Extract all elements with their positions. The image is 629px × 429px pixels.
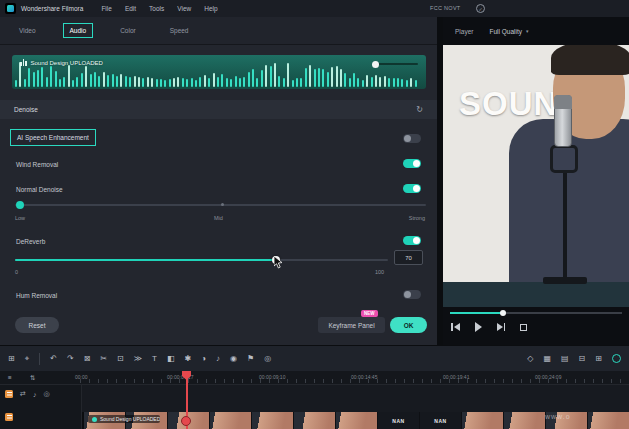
playhead-handle[interactable]: [181, 416, 191, 426]
audio-clip-icon: [92, 417, 97, 422]
redo-icon[interactable]: ↷: [67, 354, 74, 364]
snapshot-icon[interactable]: ◎: [264, 354, 271, 364]
watermark-text: www.o: [545, 413, 571, 420]
expand-timeline-icon[interactable]: ⊞: [595, 354, 602, 364]
keyframe-panel-button[interactable]: Keyframe Panel: [318, 317, 385, 333]
track-height-icon[interactable]: ≡: [8, 374, 12, 381]
status-check-icon[interactable]: ✓: [476, 4, 485, 13]
section-reset-icon[interactable]: ↻: [416, 105, 423, 114]
menu-list: FileEditToolsViewHelp: [101, 5, 230, 12]
chroma-key-icon[interactable]: ▤: [561, 354, 569, 364]
menu-help[interactable]: Help: [204, 5, 217, 12]
menu-view[interactable]: View: [177, 5, 191, 12]
clip-thumbnail[interactable]: NAN: [420, 412, 462, 429]
level-mid-label: Mid: [214, 215, 223, 221]
stop-button[interactable]: [520, 324, 527, 331]
tab-video[interactable]: Video: [12, 23, 43, 38]
clip-thumbnail[interactable]: [210, 412, 252, 429]
ai-assistant-icon[interactable]: [612, 354, 621, 363]
clip-volume-slider[interactable]: [374, 63, 418, 65]
microphone-mount: [550, 145, 578, 173]
quality-value: Full Quality: [489, 28, 522, 35]
ai-speech-enhancement-row[interactable]: AI Speech Enhancement: [10, 129, 96, 146]
marker-icon[interactable]: ⚑: [247, 354, 254, 364]
filter-icon[interactable]: ◑: [201, 354, 206, 364]
hum-removal-toggle[interactable]: [403, 290, 421, 299]
reorder-tracks-icon[interactable]: ⇄: [20, 390, 26, 398]
microphone-grill: [554, 95, 572, 109]
dereverb-toggle[interactable]: [403, 236, 421, 245]
video-preview[interactable]: SOUND: [443, 45, 629, 307]
keyframe-icon[interactable]: ◇: [527, 354, 533, 364]
previous-frame-button[interactable]: [451, 323, 460, 331]
mute-track-icon[interactable]: ♪: [33, 391, 37, 398]
clip-thumbnail[interactable]: [294, 412, 336, 429]
track-visibility-icon[interactable]: ◎: [43, 390, 49, 398]
dereverb-value-field[interactable]: 70: [394, 250, 423, 265]
split-screen-icon[interactable]: ▦: [543, 354, 551, 364]
track-adjust-icon[interactable]: ⇅: [30, 374, 35, 382]
track-header-gutter: ⇄♪◎: [0, 385, 82, 429]
menu-tools[interactable]: Tools: [149, 5, 164, 12]
new-badge: NEW: [361, 310, 378, 317]
media-list-icon[interactable]: [5, 390, 13, 398]
tab-color[interactable]: Color: [113, 23, 143, 38]
transition-icon[interactable]: ◧: [167, 354, 175, 364]
video-frame: SOUND: [443, 45, 629, 307]
menu-edit[interactable]: Edit: [125, 5, 136, 12]
clip-thumbnail[interactable]: [252, 412, 294, 429]
clip-thumbnail[interactable]: [588, 412, 629, 429]
audio-clip-waveform[interactable]: Sound Design UPLOADED: [12, 55, 426, 89]
tab-audio[interactable]: Audio: [63, 23, 94, 38]
quality-dropdown[interactable]: Full Quality ▾: [489, 28, 528, 35]
ruler-timestamp: 00:00:24:09: [535, 374, 561, 380]
reset-button[interactable]: Reset: [15, 317, 59, 333]
clip-thumbnail[interactable]: NAN: [378, 412, 420, 429]
pointer-tool-icon[interactable]: ⌖: [25, 354, 30, 364]
progress-knob[interactable]: [500, 310, 506, 316]
next-frame-button[interactable]: [497, 323, 506, 331]
audio-track-menu-icon[interactable]: [5, 413, 13, 421]
shrink-timeline-icon[interactable]: ⊟: [579, 354, 586, 364]
level-strong-label: Strong: [409, 215, 425, 221]
microphone-base: [543, 277, 587, 284]
play-button[interactable]: [475, 322, 482, 332]
clip-thumbnail[interactable]: [504, 412, 546, 429]
transport-controls: [451, 322, 527, 332]
denoise-level-knob[interactable]: [16, 201, 24, 209]
voiceover-icon[interactable]: ◉: [230, 354, 237, 364]
text-icon[interactable]: T: [152, 354, 157, 364]
menu-file[interactable]: File: [101, 5, 111, 12]
clip-thumbnail[interactable]: [336, 412, 378, 429]
normal-denoise-toggle[interactable]: [403, 184, 421, 193]
thumbnail-label: NAN: [392, 418, 404, 424]
timeline-toolbar: ⊞⌖↶↷⊠✂⊡≫T◧✱◑♪◉⚑◎ ◇▦▤⊟⊞: [0, 345, 629, 371]
panel-tabs: VideoAudioColorSpeed: [0, 17, 437, 45]
clip-thumbnail[interactable]: [462, 412, 504, 429]
audio-mixer-icon[interactable]: ♪: [216, 354, 220, 364]
split-icon[interactable]: ✂: [100, 354, 107, 364]
timeline-track-area[interactable]: [82, 385, 629, 412]
player-label: Player: [455, 28, 473, 35]
playback-progress-bar[interactable]: [450, 310, 622, 316]
ruler-timestamp: 00:00:09:10: [259, 374, 285, 380]
crop-icon[interactable]: ⊡: [117, 354, 124, 364]
waveform-icon: [20, 59, 27, 66]
level-low-label: Low: [15, 215, 25, 221]
ai-speech-enhancement-toggle[interactable]: [403, 134, 421, 143]
denoise-level-slider[interactable]: [15, 204, 426, 206]
timeline-ruler[interactable]: ≡⇅ 00:0000:00:04:1700:00:09:1000:00:14:4…: [0, 371, 629, 385]
dereverb-slider[interactable]: [15, 259, 388, 261]
person-hair: [551, 45, 629, 75]
undo-icon[interactable]: ↶: [50, 354, 57, 364]
media-grid-icon[interactable]: ⊞: [8, 354, 15, 364]
ok-button[interactable]: OK: [390, 317, 427, 333]
clip-volume-knob[interactable]: [372, 61, 379, 68]
effects-icon[interactable]: ✱: [185, 354, 192, 364]
delete-icon[interactable]: ⊠: [84, 354, 91, 364]
hum-removal-label: Hum Removal: [16, 292, 57, 299]
wind-removal-toggle[interactable]: [403, 159, 421, 168]
tab-speed[interactable]: Speed: [163, 23, 196, 38]
clip-title-row: Sound Design UPLOADED: [20, 59, 103, 66]
speed-icon[interactable]: ≫: [134, 354, 142, 364]
